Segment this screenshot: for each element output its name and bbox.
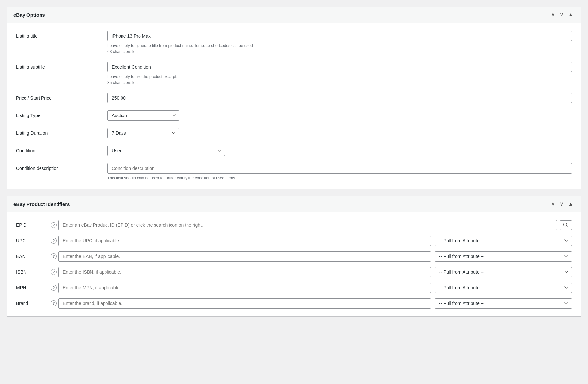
- listing-type-row: Listing Type Auction Buy It Now Both: [16, 110, 572, 121]
- listing-title-field-wrap: Leave empty to generate title from produ…: [107, 31, 572, 54]
- listing-type-field-wrap: Auction Buy It Now Both: [107, 110, 572, 121]
- ean-pull-select[interactable]: -- Pull from Attribute --: [435, 251, 572, 262]
- condition-label: Condition: [16, 146, 107, 153]
- isbn-select-wrap: -- Pull from Attribute --: [435, 267, 572, 277]
- epid-label: EPID: [16, 223, 49, 228]
- epid-help: ?: [49, 222, 58, 228]
- ebay-options-section: eBay Options ∧ ∨ ▲ Listing title Leave e…: [7, 7, 581, 189]
- listing-subtitle-hint: Leave empty to use the product excerpt. …: [107, 74, 572, 85]
- brand-input[interactable]: [58, 298, 431, 309]
- listing-subtitle-label: Listing subtitle: [16, 62, 107, 69]
- isbn-help-icon[interactable]: ?: [51, 269, 57, 275]
- collapse-down-button[interactable]: ∨: [558, 11, 565, 18]
- ean-help: ?: [49, 253, 58, 259]
- epid-help-icon[interactable]: ?: [51, 222, 57, 228]
- condition-description-label: Condition description: [16, 163, 107, 171]
- condition-description-input[interactable]: [107, 163, 572, 174]
- isbn-help: ?: [49, 269, 58, 275]
- listing-duration-label: Listing Duration: [16, 128, 107, 136]
- ebay-identifiers-controls: ∧ ∨ ▲: [550, 201, 575, 207]
- upc-help: ?: [49, 238, 58, 244]
- ebay-options-header: eBay Options ∧ ∨ ▲: [7, 7, 581, 23]
- ebay-options-controls: ∧ ∨ ▲: [550, 11, 575, 18]
- brand-help-icon[interactable]: ?: [51, 300, 57, 306]
- ebay-options-title: eBay Options: [13, 12, 45, 18]
- isbn-input-wrap: [58, 267, 431, 277]
- brand-input-wrap: [58, 298, 431, 309]
- listing-type-select[interactable]: Auction Buy It Now Both: [107, 110, 179, 121]
- upc-pull-select[interactable]: -- Pull from Attribute --: [435, 236, 572, 246]
- price-field-wrap: [107, 93, 572, 103]
- listing-type-label: Listing Type: [16, 110, 107, 118]
- mpn-input-wrap: [58, 283, 431, 293]
- search-icon: [563, 223, 568, 228]
- listing-title-row: Listing title Leave empty to generate ti…: [16, 31, 572, 54]
- price-input[interactable]: [107, 93, 572, 103]
- upc-label: UPC: [16, 238, 49, 243]
- svg-line-1: [567, 226, 568, 227]
- page-wrapper: eBay Options ∧ ∨ ▲ Listing title Leave e…: [0, 0, 588, 384]
- ean-select-wrap: -- Pull from Attribute --: [435, 251, 572, 262]
- epid-row: EPID ?: [16, 220, 572, 230]
- condition-field-wrap: New Used Refurbished For Parts or Not Wo…: [107, 146, 572, 156]
- mpn-row: MPN ? -- Pull from Attribute --: [16, 283, 572, 293]
- brand-help: ?: [49, 300, 58, 306]
- identifiers-collapse-down-button[interactable]: ∨: [558, 201, 565, 207]
- ebay-identifiers-header: eBay Product Identifiers ∧ ∨ ▲: [7, 196, 581, 212]
- upc-help-icon[interactable]: ?: [51, 238, 57, 244]
- upc-input[interactable]: [58, 236, 431, 246]
- collapse-triangle-button[interactable]: ▲: [567, 11, 575, 18]
- isbn-label: ISBN: [16, 269, 49, 275]
- ean-input[interactable]: [58, 251, 431, 262]
- listing-duration-select[interactable]: 1 Day 3 Days 5 Days 7 Days 10 Days 30 Da…: [107, 128, 179, 138]
- mpn-help-icon[interactable]: ?: [51, 285, 57, 291]
- listing-subtitle-row: Listing subtitle Leave empty to use the …: [16, 62, 572, 85]
- mpn-label: MPN: [16, 285, 49, 290]
- epid-input-wrap: [58, 220, 572, 230]
- mpn-select-wrap: -- Pull from Attribute --: [435, 283, 572, 293]
- listing-duration-row: Listing Duration 1 Day 3 Days 5 Days 7 D…: [16, 128, 572, 138]
- ebay-identifiers-body: EPID ? UPC ?: [7, 212, 581, 316]
- listing-title-hint: Leave empty to generate title from produ…: [107, 43, 572, 54]
- mpn-pull-select[interactable]: -- Pull from Attribute --: [435, 283, 572, 293]
- price-label: Price / Start Price: [16, 93, 107, 100]
- ean-help-icon[interactable]: ?: [51, 253, 57, 259]
- ean-input-wrap: [58, 251, 431, 262]
- listing-subtitle-field-wrap: Leave empty to use the product excerpt. …: [107, 62, 572, 85]
- condition-description-field-wrap: This field should only be used to furthe…: [107, 163, 572, 181]
- brand-pull-select[interactable]: -- Pull from Attribute --: [435, 298, 572, 309]
- ebay-options-body: Listing title Leave empty to generate ti…: [7, 23, 581, 189]
- ean-row: EAN ? -- Pull from Attribute --: [16, 251, 572, 262]
- condition-select[interactable]: New Used Refurbished For Parts or Not Wo…: [107, 146, 225, 156]
- listing-title-input[interactable]: [107, 31, 572, 41]
- upc-input-wrap: [58, 236, 431, 246]
- ebay-identifiers-section: eBay Product Identifiers ∧ ∨ ▲ EPID ?: [7, 196, 581, 317]
- listing-subtitle-input[interactable]: [107, 62, 572, 72]
- listing-duration-field-wrap: 1 Day 3 Days 5 Days 7 Days 10 Days 30 Da…: [107, 128, 572, 138]
- identifiers-collapse-up-button[interactable]: ∧: [550, 201, 556, 207]
- isbn-row: ISBN ? -- Pull from Attribute --: [16, 267, 572, 277]
- identifiers-collapse-triangle-button[interactable]: ▲: [567, 201, 575, 207]
- upc-select-wrap: -- Pull from Attribute --: [435, 236, 572, 246]
- ebay-identifiers-title: eBay Product Identifiers: [13, 201, 70, 207]
- brand-select-wrap: -- Pull from Attribute --: [435, 298, 572, 309]
- condition-description-hint: This field should only be used to furthe…: [107, 175, 572, 181]
- isbn-input[interactable]: [58, 267, 431, 277]
- brand-row: Brand ? -- Pull from Attribute --: [16, 298, 572, 309]
- isbn-pull-select[interactable]: -- Pull from Attribute --: [435, 267, 572, 277]
- listing-title-label: Listing title: [16, 31, 107, 38]
- mpn-input[interactable]: [58, 283, 431, 293]
- condition-description-row: Condition description This field should …: [16, 163, 572, 181]
- ean-label: EAN: [16, 254, 49, 259]
- condition-row: Condition New Used Refurbished For Parts…: [16, 146, 572, 156]
- epid-search-button[interactable]: [560, 220, 572, 230]
- mpn-help: ?: [49, 285, 58, 291]
- brand-label: Brand: [16, 301, 49, 306]
- collapse-up-button[interactable]: ∧: [550, 11, 556, 18]
- upc-row: UPC ? -- Pull from Attribute --: [16, 236, 572, 246]
- epid-input[interactable]: [58, 220, 557, 230]
- price-row: Price / Start Price: [16, 93, 572, 103]
